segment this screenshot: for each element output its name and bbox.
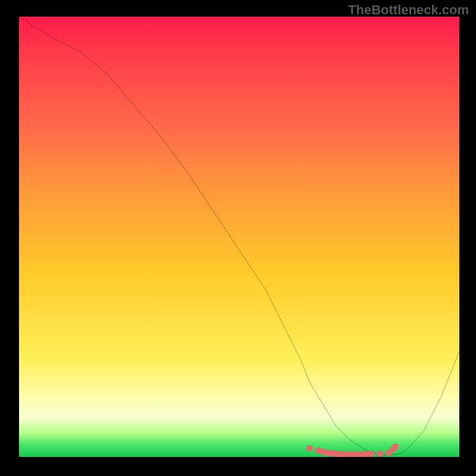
marker-dot <box>306 445 313 452</box>
marker-dot <box>392 443 399 450</box>
watermark-text: TheBottleneck.com <box>348 2 469 18</box>
curve-layer <box>19 17 459 457</box>
marker-dot <box>377 450 383 457</box>
plot-area <box>19 17 459 457</box>
marker-dot <box>368 450 374 457</box>
chart-container: TheBottleneck.com <box>0 0 476 476</box>
trough-markers <box>306 443 399 457</box>
main-curve <box>19 17 459 455</box>
